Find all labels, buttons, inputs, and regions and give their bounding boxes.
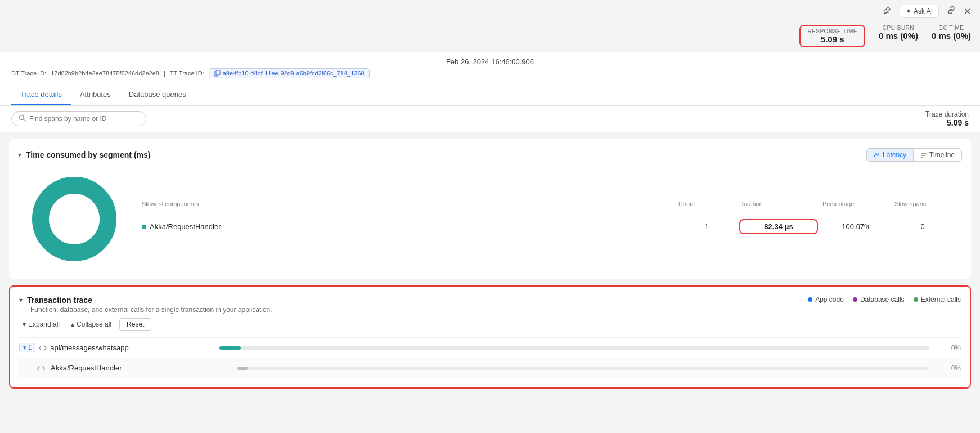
chevron-up-icon: ▴ [71,320,74,328]
collapse-all-btn[interactable]: ▴ Collapse all [68,319,115,329]
donut-chart [29,174,119,264]
tab-attributes[interactable]: Attributes [71,84,120,105]
timeline-btn[interactable]: Timeline [914,149,961,161]
count-header: Count [678,200,735,207]
trace-duration-label: Trace duration [925,110,969,118]
view-toggle-group: Latency Timeline [866,148,962,162]
collapse-all-label: Collapse all [77,320,111,328]
transaction-section: ▾ Transaction trace Function, database, … [9,285,971,389]
trace-row: ▾ 1 api/messages/whatsapp 0% [19,338,961,358]
trace-name-0: api/messages/whatsapp [50,343,128,352]
trace-row-sub: Akka/RequestHandler 0% [19,358,961,378]
transaction-title-block: ▾ Transaction trace Function, database, … [19,296,272,314]
dt-trace-label: DT Trace ID: [11,70,46,77]
segment-title-row: ▾ Time consumed by segment (ms) [18,150,150,159]
component-slow-spans: 0 [894,222,951,231]
search-wrap[interactable] [11,111,146,126]
database-calls-dot [853,297,857,302]
component-name: Akka/RequestHandler [142,222,674,231]
content-area: ▾ Time consumed by segment (ms) Latency … [0,139,980,407]
tt-trace-id-copy[interactable]: a9e4fb10-d4df-11ee-92d9-a6b9fcd2f86c_714… [209,68,370,78]
top-bar: ✦ Ask AI ✕ [0,0,980,23]
close-icon[interactable]: ✕ [964,6,971,17]
trace-bar-0 [219,346,241,350]
transaction-header: ▾ Transaction trace Function, database, … [19,296,961,314]
trace-datetime: Feb 26, 2024 16:46:00.906 [11,57,969,66]
tt-trace-id-value: a9e4fb10-d4df-11ee-92d9-a6b9fcd2f86c_714… [223,70,365,77]
trace-pct-0: 0% [938,344,961,352]
ask-ai-button[interactable]: ✦ Ask AI [900,5,939,18]
svg-line-4 [24,119,26,122]
response-time-label: RESPONSE TIME [807,28,857,34]
tab-trace-details[interactable]: Trace details [11,84,71,105]
trace-header: Feb 26, 2024 16:46:00.906 DT Trace ID: 1… [0,52,980,84]
component-duration: 82.34 μs [739,219,818,234]
search-input[interactable] [29,115,139,123]
svg-point-9 [57,202,91,236]
slow-spans-header: Slow spans [894,200,951,207]
trace-duration-info: Trace duration 5.09 s [925,110,969,127]
svg-rect-2 [216,70,220,75]
legend-database-calls: Database calls [853,296,905,303]
component-label: Akka/RequestHandler [150,222,221,231]
metrics-bar: RESPONSE TIME 5.09 s CPU BURN 0 ms (0%) … [0,23,980,52]
component-percentage: 100.07% [822,222,890,231]
main-container: ✦ Ask AI ✕ RESPONSE TIME 5.09 s CPU BURN… [0,0,980,433]
search-icon [19,114,26,123]
search-row: Trace duration 5.09 s [0,106,980,132]
latency-btn[interactable]: Latency [867,149,914,161]
cpu-burn-label: CPU BURN [883,25,914,31]
legend-external-calls: External calls [914,296,961,303]
tab-database-queries[interactable]: Database queries [120,84,195,105]
external-calls-dot [914,297,918,302]
separator: | [164,70,165,77]
duration-header: Duration [739,200,818,207]
ask-ai-label: Ask AI [914,7,933,15]
gc-time-value: 0 ms (0%) [932,31,971,41]
trace-toolbar: ▾ Expand all ▴ Collapse all Reset [19,318,961,331]
component-dot [142,225,146,229]
transaction-subtitle: Function, database, and external calls f… [30,306,272,314]
component-row: Akka/RequestHandler 1 82.34 μs 100.07% 0 [142,216,951,238]
expand-badge-0[interactable]: ▾ 1 [19,343,35,352]
sparkle-icon: ✦ [906,7,911,15]
top-bar-icons: ✦ Ask AI ✕ [883,5,971,18]
gc-time-label: GC TIME [938,25,964,31]
cpu-burn-metric: CPU BURN 0 ms (0%) [879,25,918,47]
app-code-dot [808,297,812,302]
transaction-title: Transaction trace [27,296,92,305]
edit-icon[interactable] [883,6,892,17]
expand-all-btn[interactable]: ▾ Expand all [19,319,63,329]
legend-app-code: App code [808,296,844,303]
response-time-metric: RESPONSE TIME 5.09 s [799,25,865,47]
tt-trace-label: TT Trace ID: [170,70,204,77]
trace-name-1: Akka/RequestHandler [51,364,122,372]
app-code-label: App code [815,296,844,303]
dt-trace-id: 17d82b9b2b4e2ee78475f6246dd2e2e8 [51,70,159,77]
component-count: 1 [678,222,735,231]
components-table: Slowest components Count Duration Percen… [142,200,951,238]
link-icon[interactable] [947,6,956,17]
segment-section: ▾ Time consumed by segment (ms) Latency … [9,139,971,279]
segment-content: Slowest components Count Duration Percen… [18,168,962,270]
chevron-down-icon: ▾ [23,320,26,328]
slowest-components-header: Slowest components [142,200,674,207]
trace-row-left-1: Akka/RequestHandler [37,364,228,372]
trace-row-badge-val: 1 [28,344,32,351]
segment-toggle[interactable]: ▾ [18,151,21,159]
trace-list: ▾ 1 api/messages/whatsapp 0% [19,337,961,378]
legend-row: App code Database calls External calls [808,296,961,303]
tabs-bar: Trace details Attributes Database querie… [0,84,980,106]
trace-pct-1: 0% [938,364,961,372]
code-icon-0 [39,344,47,352]
transaction-toggle[interactable]: ▾ [19,296,23,304]
segment-section-header: ▾ Time consumed by segment (ms) Latency … [18,148,962,162]
trace-bar-wrap-0 [219,346,929,350]
gc-time-metric: GC TIME 0 ms (0%) [932,25,971,47]
trace-bar-wrap-1 [237,367,929,370]
external-calls-label: External calls [921,296,961,303]
cpu-burn-value: 0 ms (0%) [879,31,918,41]
percentage-header: Percentage [822,200,890,207]
reset-btn[interactable]: Reset [119,318,151,331]
database-calls-label: Database calls [860,296,905,303]
